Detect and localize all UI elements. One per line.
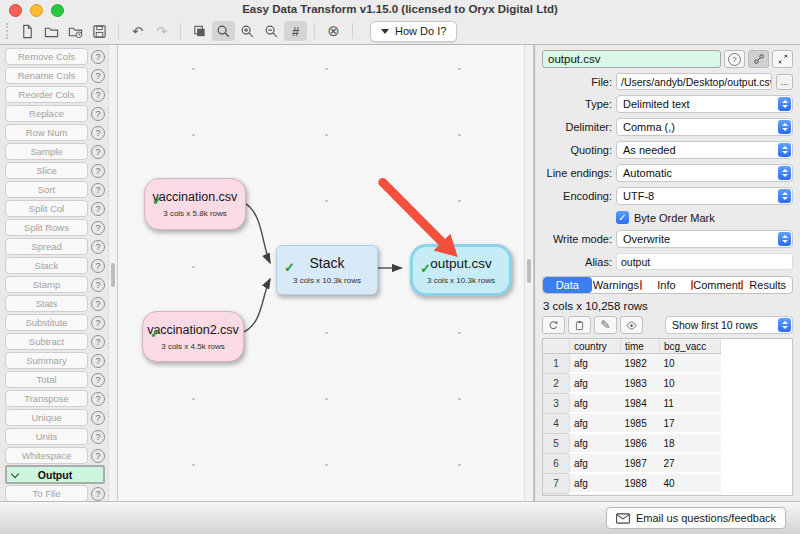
sidebar-item-replace[interactable]: Replace: [5, 105, 88, 122]
table-cell[interactable]: 1982: [621, 354, 660, 374]
sidebar-scroll-thumb[interactable]: [111, 263, 115, 287]
row-number[interactable]: 1: [543, 354, 570, 374]
browse-button[interactable]: ...: [776, 74, 793, 90]
help-button[interactable]: ?: [91, 335, 105, 349]
help-button[interactable]: ?: [91, 88, 105, 102]
canvas-scroll-thumb[interactable]: [527, 259, 531, 283]
minimize-window-button[interactable]: [30, 4, 43, 17]
table-cell[interactable]: 10: [660, 354, 721, 374]
row-number[interactable]: 3: [543, 393, 570, 413]
sidebar-item-total[interactable]: Total: [5, 371, 88, 388]
table-cell[interactable]: 1986: [621, 433, 660, 453]
table-cell[interactable]: afg: [570, 393, 621, 413]
sidebar-section-output[interactable]: Output: [5, 465, 105, 484]
table-cell[interactable]: afg: [570, 493, 621, 496]
sidebar-item-sort[interactable]: Sort: [5, 181, 88, 198]
node-stack[interactable]: ✓ Stack 3 cols x 10.3k rows: [276, 245, 378, 295]
help-button[interactable]: ?: [91, 411, 105, 425]
help-button[interactable]: ?: [91, 316, 105, 330]
byte-order-mark-checkbox[interactable]: ✓: [616, 211, 629, 224]
copy-to-clipboard-button[interactable]: [568, 316, 591, 334]
sidebar-item-units[interactable]: Units: [5, 428, 88, 445]
row-number[interactable]: 8: [543, 493, 570, 496]
help-button[interactable]: ?: [91, 259, 105, 273]
sidebar-item-remove-cols[interactable]: Remove Cols: [5, 48, 88, 65]
sidebar-item-unique[interactable]: Unique: [5, 409, 88, 426]
tab-comment[interactable]: Comment: [693, 277, 742, 293]
canvas-scrollbar[interactable]: [524, 45, 534, 501]
line-endings-popup[interactable]: Automatic: [616, 164, 793, 182]
close-window-button[interactable]: [9, 4, 22, 17]
help-button[interactable]: ?: [91, 183, 105, 197]
sidebar-item-subtract[interactable]: Subtract: [5, 333, 88, 350]
type-popup[interactable]: Delimited text: [616, 95, 793, 113]
help-button[interactable]: ?: [91, 202, 105, 216]
node-output-csv[interactable]: ✓ output.csv 3 cols x 10.3k rows: [410, 244, 512, 296]
sidebar-item-substitute[interactable]: Substitute: [5, 314, 88, 331]
table-cell[interactable]: 1988: [621, 473, 660, 493]
table-cell[interactable]: 40: [660, 473, 721, 493]
expand-button[interactable]: [772, 50, 793, 68]
table-cell[interactable]: 17: [660, 413, 721, 433]
encoding-popup[interactable]: UTF-8: [616, 187, 793, 205]
sidebar-item-transpose[interactable]: Transpose: [5, 390, 88, 407]
column-header-time[interactable]: time: [621, 339, 660, 354]
help-button[interactable]: ?: [91, 107, 105, 121]
tab-warnings[interactable]: Warnings: [592, 277, 641, 293]
new-document-button[interactable]: [16, 21, 39, 41]
table-cell[interactable]: 38: [660, 493, 721, 496]
open-button[interactable]: [40, 21, 63, 41]
table-cell[interactable]: 10: [660, 373, 721, 393]
tab-info[interactable]: Info: [642, 277, 691, 293]
tab-results[interactable]: Results: [743, 277, 792, 293]
table-cell[interactable]: afg: [570, 473, 621, 493]
save-button[interactable]: [88, 21, 111, 41]
sidebar-item-row-num[interactable]: Row Num: [5, 124, 88, 141]
how-do-i-button[interactable]: How Do I?: [370, 21, 457, 42]
redo-button[interactable]: ↷: [150, 21, 173, 41]
row-number[interactable]: 2: [543, 373, 570, 393]
help-button[interactable]: ?: [91, 221, 105, 235]
table-cell[interactable]: afg: [570, 354, 621, 374]
sidebar-item-reorder-cols[interactable]: Reorder Cols: [5, 86, 88, 103]
write-mode-popup[interactable]: Overwrite: [616, 230, 793, 248]
help-button[interactable]: ?: [91, 297, 105, 311]
column-header-bcg-vacc[interactable]: bcg_vacc: [660, 339, 721, 354]
help-button[interactable]: ?: [91, 278, 105, 292]
help-button[interactable]: ?: [91, 373, 105, 387]
row-number[interactable]: 4: [543, 413, 570, 433]
alias-input[interactable]: output: [616, 253, 793, 270]
zoom-in-button[interactable]: [236, 21, 259, 41]
sidebar-item-stack[interactable]: Stack: [5, 257, 88, 274]
delimiter-popup[interactable]: Comma (,): [616, 118, 793, 136]
table-cell[interactable]: 1983: [621, 373, 660, 393]
sidebar-item-split-rows[interactable]: Split Rows: [5, 219, 88, 236]
tab-data[interactable]: Data: [543, 277, 592, 293]
table-cell[interactable]: afg: [570, 413, 621, 433]
zoom-out-button[interactable]: [260, 21, 283, 41]
table-cell[interactable]: 27: [660, 453, 721, 473]
show-rows-popup[interactable]: Show first 10 rows: [665, 316, 793, 334]
sidebar-item-stamp[interactable]: Stamp: [5, 276, 88, 293]
sidebar-scrollbar[interactable]: [108, 45, 118, 501]
help-button[interactable]: ?: [91, 487, 105, 501]
zoom-tool-button[interactable]: [212, 21, 235, 41]
sidebar-item-spread[interactable]: Spread: [5, 238, 88, 255]
help-button[interactable]: ?: [724, 50, 745, 68]
table-corner-cell[interactable]: [543, 339, 570, 354]
help-button[interactable]: ?: [91, 126, 105, 140]
help-button[interactable]: ?: [91, 69, 105, 83]
refresh-button[interactable]: [542, 316, 565, 334]
edit-button[interactable]: ✎: [594, 316, 617, 334]
help-button[interactable]: ?: [91, 449, 105, 463]
link-button[interactable]: [748, 50, 769, 68]
node-vaccination-csv[interactable]: ✓ vaccination.csv 3 cols x 5.8k rows: [144, 178, 246, 230]
toggle-grid-button[interactable]: #: [284, 21, 307, 41]
sidebar-item-slice[interactable]: Slice: [5, 162, 88, 179]
sidebar-item-stats[interactable]: Stats: [5, 295, 88, 312]
table-cell[interactable]: 1989: [621, 493, 660, 496]
help-button[interactable]: ?: [91, 354, 105, 368]
sidebar-item-sample[interactable]: Sample: [5, 143, 88, 160]
table-cell[interactable]: 1987: [621, 453, 660, 473]
column-header-country[interactable]: country: [570, 339, 621, 354]
